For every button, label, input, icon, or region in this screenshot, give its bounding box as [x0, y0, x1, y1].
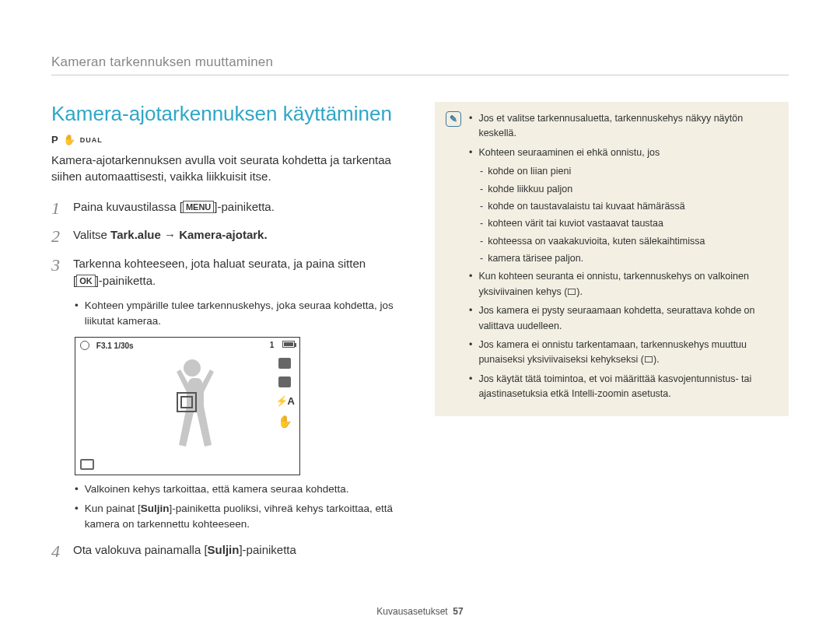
section-title: Kamera-ajotarkennuksen käyttäminen [51, 102, 405, 126]
bullet-dot: • [75, 298, 79, 330]
mode-icon [278, 358, 291, 369]
exposure-readout: F3.1 1/30s [96, 342, 134, 350]
flash-icon: ⚡A [275, 395, 295, 407]
note-2-d5: kohteessa on vaakakuvioita, kuten säleka… [488, 234, 705, 249]
hand-icon: ✋ [63, 134, 75, 145]
step3-bullet1: Kohteen ympärille tulee tarkennuskehys, … [85, 298, 405, 330]
battery-icon [282, 341, 295, 348]
step3-line1: Tarkenna kohteeseen, jota haluat seurata… [73, 255, 405, 273]
step3-line2-post: ]-painiketta. [96, 274, 156, 287]
note-2-d6: kamera tärisee paljon. [488, 251, 583, 266]
page-footer: Kuvausasetukset 57 [0, 606, 840, 617]
post-bullet-2-pre: Kun painat [ [85, 503, 141, 514]
step1-post: ]-painiketta. [214, 200, 275, 213]
frame-icon [645, 356, 653, 363]
breadcrumb: Kameran tarkennuksen muuttaminen [51, 54, 789, 70]
step2-arrow: → [161, 228, 179, 241]
step-4: 4 Ota valokuva painamalla [Suljin]-paini… [51, 541, 405, 562]
step1-pre: Paina kuvaustilassa [ [73, 200, 183, 213]
step2-pre: Valitse [73, 228, 110, 241]
note-5-pre: Jos kamera ei onnistu tarkentamaan, tark… [478, 339, 747, 365]
step-2: 2 Valitse Tark.alue → Kamera-ajotark. [51, 226, 405, 247]
bullet-dot: • [469, 145, 472, 160]
post-image-bullets: • Valkoinen kehys tarkoittaa, että kamer… [75, 482, 405, 532]
right-column: ✎ • Jos et valitse tarkennusaluetta, tar… [435, 102, 789, 569]
camera-preview-illustration: F3.1 1/30s 1 ⚡A ✋ [75, 337, 300, 475]
step-1: 1 Paina kuvaustilassa [MENU]-painiketta. [51, 198, 405, 219]
note-box: ✎ • Jos et valitse tarkennusaluetta, tar… [435, 102, 789, 416]
step4-pre: Ota valokuva painamalla [ [73, 543, 208, 556]
mode-badges: P ✋ DUAL [51, 134, 405, 145]
step4-post: ]-painiketta [239, 543, 296, 556]
image-size-icon [278, 377, 291, 387]
focus-frame-icon [177, 392, 197, 412]
stabilizer-icon: ✋ [278, 415, 292, 429]
step-3: 3 Tarkenna kohteeseen, jota haluat seura… [51, 255, 405, 290]
bullet-dot: • [75, 501, 79, 533]
step-number: 4 [51, 541, 65, 562]
note-2-lead: Kohteen seuraaminen ei ehkä onnistu, jos [478, 145, 660, 160]
bullet-dot: • [469, 372, 472, 402]
bullet-dot: • [469, 269, 472, 299]
footer-section: Kuvausasetukset [376, 606, 447, 617]
note-6: Jos käytät tätä toimintoa, et voi määrit… [478, 372, 778, 402]
left-column: Kamera-ajotarkennuksen käyttäminen P ✋ D… [51, 102, 405, 569]
note-2-d3: kohde on taustavalaistu tai kuvaat hämär… [488, 199, 685, 214]
post-bullet-1: Valkoinen kehys tarkoittaa, että kamera … [85, 482, 349, 497]
note-3-post: ). [576, 286, 583, 297]
step-number: 3 [51, 255, 65, 290]
note-5-post: ). [653, 354, 660, 365]
bullet-dot: • [469, 303, 472, 334]
note-4: Jos kamera ei pysty seuraamaan kohdetta,… [478, 303, 778, 334]
note-3-pre: Kun kohteen seuranta ei onnistu, tarkenn… [478, 271, 748, 296]
step4-bold: Suljin [208, 543, 240, 556]
note-1: Jos et valitse tarkennusaluetta, tarkenn… [478, 111, 778, 142]
frame-icon [568, 289, 576, 295]
menu-button-label: MENU [183, 201, 214, 213]
step3-subbullets: • Kohteen ympärille tulee tarkennuskehys… [75, 298, 405, 330]
step2-bold2: Kamera-ajotark. [179, 228, 267, 241]
step-number: 2 [51, 226, 65, 247]
step2-bold1: Tark.alue [110, 228, 161, 241]
bullet-dot: • [469, 338, 472, 368]
note-2-d2: kohde liikkuu paljon [488, 182, 572, 197]
lens-icon [80, 341, 89, 350]
intro-text: Kamera-ajotarkennuksen avulla voit seura… [51, 152, 405, 184]
post-bullet-2-bold: Suljin [141, 503, 170, 514]
bullet-dot: • [469, 111, 472, 142]
dual-label: DUAL [80, 136, 103, 144]
count-readout: 1 [270, 341, 275, 349]
note-icon: ✎ [446, 111, 461, 127]
note-2-d1: kohde on liian pieni [488, 164, 571, 179]
playback-icon [80, 459, 94, 470]
note-2-d4: kohteen värit tai kuviot vastaavat taust… [488, 216, 663, 231]
header-rule [51, 75, 789, 75]
mode-p-icon: P [51, 134, 58, 145]
step-number: 1 [51, 198, 65, 219]
bullet-dot: • [75, 482, 79, 497]
ok-button-label: OK [76, 275, 96, 287]
footer-page-number: 57 [453, 606, 463, 617]
